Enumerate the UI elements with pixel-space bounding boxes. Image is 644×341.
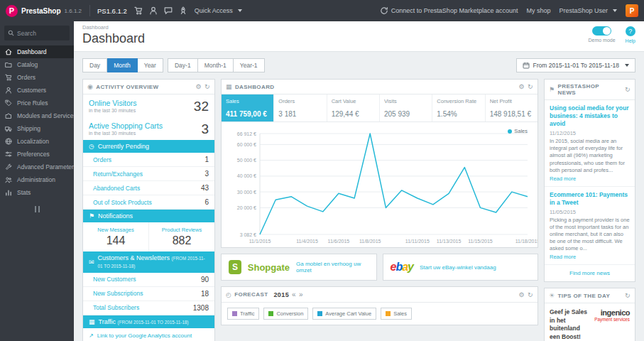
- row-link[interactable]: Total Subscribers: [93, 304, 139, 311]
- refresh-icon[interactable]: ↻: [625, 86, 631, 93]
- sidebar-item-customers[interactable]: Customers: [0, 84, 74, 97]
- ebay-promo: ebay Start uw eBay-winkel vandaag: [383, 254, 539, 281]
- period-year-1-button[interactable]: Year-1: [234, 58, 265, 72]
- forecast-legend: Traffic Conversion Average Cart Value Sa…: [222, 303, 537, 325]
- forecast-chip-traffic[interactable]: Traffic: [227, 308, 259, 320]
- tips-headline-row: Geef je Sales in het buitenland een Boos…: [545, 303, 635, 341]
- demo-mode-toggle[interactable]: [592, 26, 611, 36]
- forecast-next-button[interactable]: »: [299, 291, 303, 298]
- sidebar-item-catalog[interactable]: Catalog: [0, 58, 74, 71]
- news-article-date: 11/05/2015: [550, 209, 630, 215]
- ingenico-brand: ingenico: [593, 308, 630, 317]
- prestashop-brand[interactable]: P PrestaShop 1.6.1.2: [6, 5, 82, 17]
- kpi-tab-conversion-rate[interactable]: Conversion Rate 1.54%: [432, 94, 485, 121]
- refresh-icon[interactable]: ↻: [528, 291, 533, 298]
- user-menu[interactable]: PrestaShop User: [559, 7, 617, 14]
- search-box[interactable]: [4, 26, 70, 40]
- kpi-tab-net-profit[interactable]: Net Profit 148 918,51 €: [486, 94, 537, 121]
- sidebar-item-preferences[interactable]: Preferences: [0, 148, 74, 161]
- refresh-icon[interactable]: ↻: [204, 83, 210, 90]
- traffic-banner: ▦ Traffic (FROM 2015-11-01 TO 2015-11-18…: [83, 315, 214, 329]
- avatar[interactable]: P: [626, 4, 638, 17]
- row-link[interactable]: New Subscriptions: [93, 290, 143, 297]
- sidebar-item-localization[interactable]: Localization: [0, 135, 74, 148]
- search-input[interactable]: [17, 30, 66, 37]
- help-icon[interactable]: ?: [626, 26, 635, 36]
- row-link[interactable]: Abandoned Carts: [93, 185, 140, 192]
- chart-legend: Sales: [508, 128, 528, 134]
- product-reviews-value: 882: [151, 234, 213, 247]
- kpi-tab-orders[interactable]: Orders 3 181: [274, 94, 327, 121]
- news-article: Using social media for your business: 4 …: [545, 100, 635, 187]
- news-article-excerpt: In 2015, social media are an integral pa…: [550, 138, 630, 174]
- row-link[interactable]: Return/Exchanges: [93, 170, 143, 178]
- period-month-button[interactable]: Month: [107, 58, 138, 72]
- forecast-prev-button[interactable]: «: [292, 291, 296, 298]
- kpi-tab-visits[interactable]: Visits 205 939: [380, 94, 432, 121]
- sidebar-item-modules[interactable]: Modules and Services: [0, 109, 74, 122]
- kpi-value: 205 939: [384, 110, 427, 118]
- breadcrumb[interactable]: Dashboard: [82, 24, 145, 31]
- ebay-link[interactable]: Start uw eBay-winkel vandaag: [420, 264, 496, 271]
- sidebar-item-orders[interactable]: Orders: [0, 71, 74, 84]
- gear-icon[interactable]: ⚙: [196, 83, 202, 90]
- pending-row-abandoned-carts: Abandoned Carts 43: [83, 181, 214, 195]
- online-visitors-label[interactable]: Online Visitors: [89, 99, 137, 107]
- chip-label: Sales: [393, 310, 407, 317]
- refresh-icon[interactable]: ↻: [625, 292, 631, 299]
- help-label: Help: [626, 38, 635, 43]
- date-range-picker[interactable]: From 2015-11-01 To 2015-11-18: [516, 58, 635, 72]
- sidebar-item-dashboard[interactable]: Dashboard: [0, 45, 74, 58]
- customer-icon[interactable]: [149, 6, 158, 15]
- read-more-link[interactable]: Read more: [550, 175, 576, 182]
- period-year-button[interactable]: Year: [138, 58, 163, 72]
- forecast-chip-sales[interactable]: Sales: [381, 308, 412, 320]
- gear-icon[interactable]: ⚙: [519, 83, 525, 90]
- forecast-panel: ◴ Forecast 2015 « » ⚙ ↻ Traffic Conversi…: [221, 286, 538, 325]
- sidebar-item-label: Price Rules: [17, 99, 48, 107]
- kpi-tab-cart-value[interactable]: Cart Value 129,44 €: [327, 94, 380, 121]
- sidebar-item-shipping[interactable]: Shipping: [0, 122, 74, 135]
- row-link[interactable]: Orders: [93, 156, 111, 163]
- find-more-news-link[interactable]: Find more news: [545, 265, 635, 281]
- sidebar-item-advanced-parameters[interactable]: Advanced Parameters: [0, 161, 74, 173]
- row-link[interactable]: Out of Stock Products: [93, 199, 152, 206]
- news-article-title[interactable]: Ecommerce 101: Payments in a Tweet: [550, 191, 630, 207]
- new-messages-label[interactable]: New Messages: [84, 227, 147, 233]
- kpi-tab-sales[interactable]: Sales 411 759,00 €: [222, 94, 274, 121]
- quick-access-dropdown[interactable]: Quick Access: [195, 7, 242, 14]
- rocket-icon[interactable]: [179, 6, 187, 15]
- marketplace-link[interactable]: Connect to PrestaShop Marketplace accoun…: [380, 6, 518, 15]
- customers-row-new-subscriptions: New Subscriptions 18: [83, 287, 214, 301]
- shop-name[interactable]: PS1.6.1.2: [97, 7, 127, 15]
- google-analytics-link[interactable]: ↗ Link to your Google Analytics account: [83, 328, 214, 341]
- marketplace-icon: [380, 6, 388, 15]
- period-month-1-button[interactable]: Month-1: [198, 58, 234, 72]
- svg-text:20 000 €: 20 000 €: [237, 205, 256, 210]
- row-value: 18: [201, 290, 209, 298]
- sidebar-collapse-toggle[interactable]: [0, 199, 74, 220]
- customers-newsletters-banner: ✉ Customers & Newsletters (FROM 2015-11-…: [83, 251, 214, 273]
- cart-icon[interactable]: [134, 6, 143, 15]
- active-carts-label[interactable]: Active Shopping Carts: [89, 121, 163, 130]
- sidebar-item-price-rules[interactable]: Price Rules: [0, 97, 74, 109]
- ingenico-logo: ingenico Payment services: [593, 308, 630, 322]
- forecast-chip-average-cart-value[interactable]: Average Cart Value: [312, 308, 376, 320]
- chevron-down-icon: [238, 9, 242, 12]
- refresh-icon[interactable]: ↻: [528, 83, 533, 90]
- sidebar-item-stats[interactable]: Stats: [0, 186, 74, 199]
- news-article-title[interactable]: Using social media for your business: 4 …: [550, 104, 630, 128]
- shopgate-link[interactable]: Ga mobiel en verhoog uw omzet: [296, 261, 369, 274]
- product-reviews-label[interactable]: Product Reviews: [151, 227, 213, 233]
- messages-icon[interactable]: [164, 6, 173, 15]
- gear-icon[interactable]: ⚙: [519, 291, 525, 298]
- period-day-1-button[interactable]: Day-1: [168, 58, 198, 72]
- my-shop-link[interactable]: My shop: [526, 7, 550, 14]
- sidebar-item-administration[interactable]: Administration: [0, 173, 74, 186]
- period-buttons: Day Month Year Day-1 Month-1 Year-1: [82, 58, 265, 72]
- date-range-label: From 2015-11-01 To 2015-11-18: [533, 62, 619, 69]
- forecast-chip-conversion[interactable]: Conversion: [263, 308, 308, 320]
- period-day-button[interactable]: Day: [82, 58, 107, 72]
- read-more-link[interactable]: Read more: [550, 254, 576, 260]
- row-link[interactable]: New Customers: [93, 276, 136, 283]
